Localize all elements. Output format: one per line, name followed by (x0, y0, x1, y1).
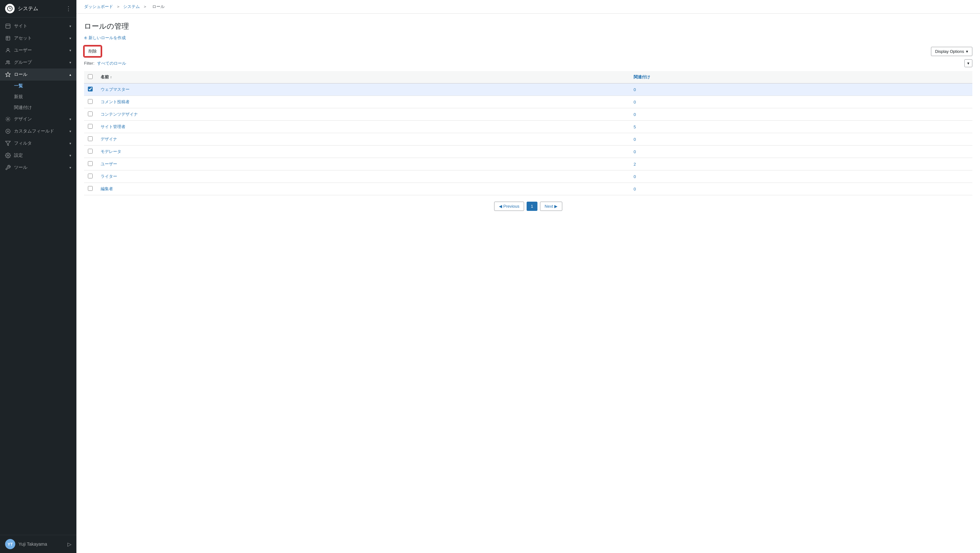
sidebar-item-label-filter: フィルタ (14, 140, 32, 146)
assoc-count: 0 (630, 83, 972, 96)
sidebar-item-design[interactable]: デザイン ▾ (0, 113, 76, 125)
filter-all-roles-link[interactable]: すべてのロール (97, 61, 126, 66)
chevron-down-icon-users: ▾ (69, 48, 71, 53)
next-arrow-icon: ▶ (554, 204, 557, 209)
sidebar-item-roles-assoc[interactable]: 関連付け (0, 102, 76, 113)
sidebar-item-users[interactable]: ユーザー ▾ (0, 44, 76, 56)
assoc-count: 0 (630, 108, 972, 121)
sidebar-item-custom-fields[interactable]: カスタムフィールド ▾ (0, 125, 76, 137)
sidebar-item-tools[interactable]: ツール ▾ (0, 161, 76, 174)
sidebar-item-settings[interactable]: 設定 ▾ (0, 150, 76, 161)
role-name-link[interactable]: デザイナ (100, 137, 117, 142)
sidebar-item-roles-new[interactable]: 新規 (0, 91, 76, 102)
sidebar-header: システム ⋮ (0, 0, 76, 18)
sidebar-item-groups[interactable]: グループ ▾ (0, 56, 76, 69)
main-content: ダッシュボード ＞ システム ＞ ロール ロールの管理 ⊕ 新しいロールを作成 … (76, 0, 980, 553)
sidebar-item-label-tools: ツール (14, 165, 27, 171)
row-checkbox[interactable] (88, 174, 93, 178)
role-name-link[interactable]: サイト管理者 (100, 124, 126, 129)
previous-button[interactable]: ◀ Previous (494, 202, 524, 211)
breadcrumb-sep2: ＞ (143, 4, 148, 9)
assoc-count: 0 (630, 171, 972, 183)
sidebar-title: システム (18, 5, 38, 12)
sidebar-item-site[interactable]: サイト ▾ (0, 20, 76, 32)
role-name-link[interactable]: コメント投稿者 (100, 99, 130, 104)
chevron-up-icon-roles: ▴ (69, 73, 71, 77)
filter-dropdown-button[interactable]: ▾ (964, 59, 972, 67)
groups-icon (5, 60, 11, 65)
row-checkbox[interactable] (88, 124, 93, 129)
sidebar-item-roles-list[interactable]: 一覧 (0, 81, 76, 91)
svg-marker-9 (6, 141, 11, 146)
add-new-role-link[interactable]: ⊕ 新しいロールを作成 (84, 35, 972, 41)
sidebar-item-assets[interactable]: アセット ▾ (0, 32, 76, 44)
user-name: Yuji Takayama (19, 542, 47, 547)
avatar: YT (5, 539, 15, 549)
delete-button[interactable]: 削除 (84, 46, 101, 57)
row-checkbox[interactable] (88, 136, 93, 141)
table-row: デザイナ0 (84, 133, 972, 146)
breadcrumb: ダッシュボード ＞ システム ＞ ロール (76, 0, 980, 14)
chevron-down-icon-assets: ▾ (69, 36, 71, 40)
role-name-link[interactable]: ウェブマスター (100, 87, 130, 92)
role-name-link[interactable]: 編集者 (100, 186, 113, 191)
table-row: コメント投稿者0 (84, 96, 972, 108)
filter-icon (5, 140, 11, 146)
role-name-link[interactable]: コンテンツデザイナ (100, 112, 138, 116)
next-button[interactable]: Next ▶ (540, 202, 563, 211)
page-title: ロールの管理 (84, 21, 972, 31)
sidebar-item-filter[interactable]: フィルタ ▾ (0, 137, 76, 150)
role-name-link[interactable]: モデレータ (100, 149, 121, 154)
filter-bar: Filter: すべてのロール ▾ (84, 59, 972, 67)
svg-point-7 (7, 118, 9, 120)
row-checkbox[interactable] (88, 87, 93, 91)
tools-icon (5, 165, 11, 171)
assoc-count: 0 (630, 133, 972, 146)
table-row: ライター0 (84, 171, 972, 183)
sidebar-item-label-groups: グループ (14, 60, 32, 65)
toolbar-right: Display Options ▾ (931, 47, 972, 56)
user-info: YT Yuji Takayama (5, 539, 47, 549)
assoc-count: 0 (630, 146, 972, 158)
row-checkbox[interactable] (88, 149, 93, 153)
row-checkbox[interactable] (88, 161, 93, 166)
toolbar: 削除 Display Options ▾ (84, 46, 972, 57)
role-name-link[interactable]: ライター (100, 174, 117, 179)
sidebar-item-label-site: サイト (14, 23, 27, 29)
sidebar-more-button[interactable]: ⋮ (65, 5, 71, 12)
display-options-button[interactable]: Display Options ▾ (931, 47, 972, 56)
user-action-button[interactable]: ▷ (67, 541, 71, 547)
table-row: コンテンツデザイナ0 (84, 108, 972, 121)
sidebar-item-label-settings: 設定 (14, 153, 23, 158)
breadcrumb-system[interactable]: システム (123, 4, 140, 9)
row-checkbox[interactable] (88, 186, 93, 191)
sidebar-logo: システム (5, 4, 38, 13)
sidebar-item-roles[interactable]: ロール ▴ (0, 69, 76, 81)
assets-icon (5, 35, 11, 41)
role-name-link[interactable]: ユーザー (100, 161, 117, 166)
roles-table: 名前 ↑ 関連付け ウェブマスター0コメント投稿者0コンテンツデザイナ0サイト管… (84, 71, 972, 195)
col-assoc-header: 関連付け (630, 71, 972, 83)
display-options-label: Display Options (935, 49, 964, 54)
users-icon (5, 48, 11, 53)
assoc-count: 0 (630, 96, 972, 108)
assoc-count: 2 (630, 158, 972, 171)
table-row: 編集者0 (84, 183, 972, 195)
breadcrumb-current: ロール (152, 4, 165, 9)
chevron-down-icon-filter: ▾ (69, 142, 71, 146)
prev-arrow-icon: ◀ (499, 204, 502, 209)
sidebar-item-label-roles: ロール (14, 72, 27, 77)
page-content: ロールの管理 ⊕ 新しいロールを作成 削除 Display Options ▾ … (76, 14, 980, 553)
sort-arrow-icon: ↑ (110, 75, 112, 79)
custom-fields-icon (5, 128, 11, 134)
row-checkbox[interactable] (88, 112, 93, 116)
select-all-checkbox[interactable] (88, 74, 93, 79)
assoc-count: 5 (630, 121, 972, 133)
roles-icon (5, 72, 11, 77)
chevron-down-icon-settings: ▾ (69, 153, 71, 158)
row-checkbox[interactable] (88, 99, 93, 104)
svg-rect-1 (6, 24, 10, 28)
breadcrumb-dashboard[interactable]: ダッシュボード (84, 4, 113, 9)
table-row: モデレータ0 (84, 146, 972, 158)
page-1-button[interactable]: 1 (527, 202, 537, 211)
